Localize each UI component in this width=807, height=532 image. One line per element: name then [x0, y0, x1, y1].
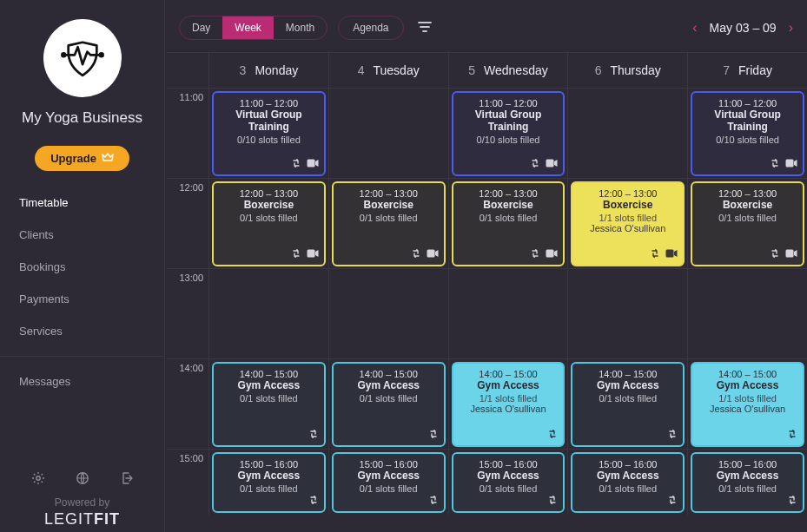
repeat-icon — [667, 429, 678, 442]
sidebar-item-payments[interactable]: Payments — [0, 283, 164, 315]
calendar-cell[interactable]: 14:00 – 15:00Gym Access1/1 slots filledJ… — [687, 359, 807, 449]
sidebar-item-clients[interactable]: Clients — [0, 219, 164, 251]
calendar-event[interactable]: 15:00 – 16:00Gym Access0/1 slots filled — [332, 452, 446, 513]
event-slots: 1/1 slots filled — [599, 213, 657, 223]
calendar-cell[interactable]: 11:00 – 12:00Virtual Group Training0/10 … — [448, 89, 568, 178]
event-slots: 0/1 slots filled — [360, 393, 418, 404]
logout-icon[interactable] — [120, 471, 134, 488]
prev-week-button[interactable]: ‹ — [692, 20, 697, 36]
date-range-label[interactable]: May 03 – 09 — [710, 21, 777, 35]
globe-icon[interactable] — [76, 471, 89, 488]
repeat-icon — [787, 495, 797, 508]
calendar-cell[interactable] — [328, 89, 448, 178]
day-name: Monday — [255, 63, 298, 77]
event-title: Gym Access — [238, 380, 301, 392]
sidebar-item-services[interactable]: Services — [0, 315, 164, 347]
calendar-cell[interactable]: 12:00 – 13:00Boxercise1/1 slots filledJe… — [567, 179, 687, 268]
calendar-event[interactable]: 12:00 – 13:00Boxercise0/1 slots filled — [332, 181, 446, 266]
calendar-event[interactable]: 15:00 – 16:00Gym Access0/1 slots filled — [571, 452, 685, 513]
time-label: 15:00 — [167, 450, 208, 515]
calendar-cell[interactable] — [567, 89, 687, 178]
calendar-cell[interactable]: 14:00 – 15:00Gym Access0/1 slots filled — [328, 359, 448, 449]
sidebar-separator — [0, 356, 164, 357]
sidebar-item-bookings[interactable]: Bookings — [0, 251, 164, 283]
date-navigator: ‹ May 03 – 09 › — [692, 20, 793, 36]
time-label: 14:00 — [167, 359, 208, 449]
calendar-row: 12:0012:00 – 13:00Boxercise0/1 slots fil… — [167, 178, 807, 268]
calendar-event[interactable]: 14:00 – 15:00Gym Access1/1 slots filledJ… — [691, 362, 804, 447]
svg-rect-11 — [785, 250, 793, 258]
video-icon — [785, 248, 797, 261]
calendar-row: 11:0011:00 – 12:00Virtual Group Training… — [167, 88, 807, 178]
calendar-cell[interactable] — [328, 269, 448, 358]
calendar-cell[interactable]: 11:00 – 12:00Virtual Group Training0/10 … — [687, 89, 807, 178]
event-time: 14:00 – 15:00 — [599, 369, 657, 379]
calendar-cell[interactable]: 12:00 – 13:00Boxercise0/1 slots filled — [328, 179, 448, 268]
calendar-cell[interactable] — [567, 269, 687, 358]
calendar-cell[interactable]: 12:00 – 13:00Boxercise0/1 slots filled — [208, 179, 328, 268]
calendar-cell[interactable]: 15:00 – 16:00Gym Access0/1 slots filled — [687, 450, 807, 515]
day-header[interactable]: 7Friday — [687, 53, 807, 88]
repeat-icon — [291, 248, 301, 261]
calendar-cell[interactable]: 14:00 – 15:00Gym Access1/1 slots filledJ… — [448, 359, 568, 449]
calendar-event[interactable]: 12:00 – 13:00Boxercise0/1 slots filled — [691, 181, 804, 266]
calendar-cell[interactable] — [448, 269, 568, 358]
svg-point-2 — [36, 476, 39, 480]
upgrade-button[interactable]: Upgrade — [35, 146, 129, 171]
event-icons — [770, 248, 797, 261]
day-header[interactable]: 4Tuesday — [328, 53, 448, 88]
filter-icon[interactable] — [414, 17, 435, 39]
calendar-cell[interactable]: 12:00 – 13:00Boxercise0/1 slots filled — [687, 179, 807, 268]
calendar-cell[interactable]: 14:00 – 15:00Gym Access0/1 slots filled — [208, 359, 328, 449]
calendar-cell[interactable]: 12:00 – 13:00Boxercise0/1 slots filled — [448, 179, 568, 268]
svg-rect-10 — [666, 250, 674, 258]
event-time: 12:00 – 13:00 — [599, 188, 657, 199]
calendar-cell[interactable] — [208, 269, 328, 358]
calendar-cell[interactable]: 15:00 – 16:00Gym Access0/1 slots filled — [567, 450, 687, 515]
view-segmented-control: Day Week Month — [179, 16, 327, 40]
calendar-cell[interactable]: 15:00 – 16:00Gym Access0/1 slots filled — [208, 450, 328, 515]
event-title: Gym Access — [717, 380, 779, 392]
day-header[interactable]: 3Monday — [208, 53, 328, 88]
video-icon — [546, 248, 558, 261]
calendar-body[interactable]: 11:0011:00 – 12:00Virtual Group Training… — [167, 88, 807, 532]
settings-icon[interactable] — [31, 471, 45, 488]
sidebar-item-messages[interactable]: Messages — [0, 365, 164, 397]
view-week-button[interactable]: Week — [222, 16, 273, 39]
view-month-button[interactable]: Month — [274, 16, 327, 39]
next-week-button[interactable]: › — [789, 20, 793, 36]
calendar-cell[interactable]: 11:00 – 12:00Virtual Group Training0/10 … — [208, 89, 328, 178]
day-number: 7 — [723, 63, 730, 77]
agenda-button[interactable]: Agenda — [338, 16, 403, 40]
svg-rect-6 — [785, 160, 793, 167]
repeat-icon — [770, 158, 780, 171]
day-header[interactable]: 6Thursday — [567, 53, 687, 88]
calendar-event[interactable]: 14:00 – 15:00Gym Access1/1 slots filledJ… — [452, 362, 566, 447]
calendar-cell[interactable]: 14:00 – 15:00Gym Access0/1 slots filled — [567, 359, 687, 449]
calendar-cell[interactable]: 15:00 – 16:00Gym Access0/1 slots filled — [448, 450, 568, 515]
heartbeat-shield-icon — [57, 32, 108, 85]
business-avatar[interactable] — [43, 19, 122, 97]
repeat-icon — [308, 495, 319, 508]
time-label: 12:00 — [167, 179, 208, 268]
view-day-button[interactable]: Day — [180, 16, 222, 39]
event-slots: 0/1 slots filled — [599, 483, 657, 494]
calendar-event[interactable]: 14:00 – 15:00Gym Access0/1 slots filled — [332, 362, 446, 447]
calendar-event[interactable]: 15:00 – 16:00Gym Access0/1 slots filled — [691, 452, 804, 513]
sidebar-item-timetable[interactable]: Timetable — [0, 187, 164, 219]
calendar-event[interactable]: 12:00 – 13:00Boxercise0/1 slots filled — [452, 181, 566, 266]
calendar-event[interactable]: 11:00 – 12:00Virtual Group Training0/10 … — [452, 91, 566, 176]
calendar-event[interactable]: 14:00 – 15:00Gym Access0/1 slots filled — [212, 362, 326, 447]
calendar-event[interactable]: 15:00 – 16:00Gym Access0/1 slots filled — [212, 452, 326, 513]
calendar-event[interactable]: 15:00 – 16:00Gym Access0/1 slots filled — [452, 452, 566, 513]
calendar-cell[interactable]: 15:00 – 16:00Gym Access0/1 slots filled — [328, 450, 448, 515]
calendar-event[interactable]: 11:00 – 12:00Virtual Group Training0/10 … — [691, 91, 804, 176]
event-icons — [530, 158, 558, 171]
calendar-cell[interactable] — [687, 269, 807, 358]
calendar-event[interactable]: 14:00 – 15:00Gym Access0/1 slots filled — [571, 362, 685, 447]
calendar-event[interactable]: 12:00 – 13:00Boxercise1/1 slots filledJe… — [571, 181, 685, 266]
event-time: 15:00 – 16:00 — [599, 459, 657, 470]
calendar-event[interactable]: 11:00 – 12:00Virtual Group Training0/10 … — [212, 91, 326, 176]
day-header[interactable]: 5Wednesday — [448, 53, 568, 88]
calendar-event[interactable]: 12:00 – 13:00Boxercise0/1 slots filled — [212, 181, 326, 266]
